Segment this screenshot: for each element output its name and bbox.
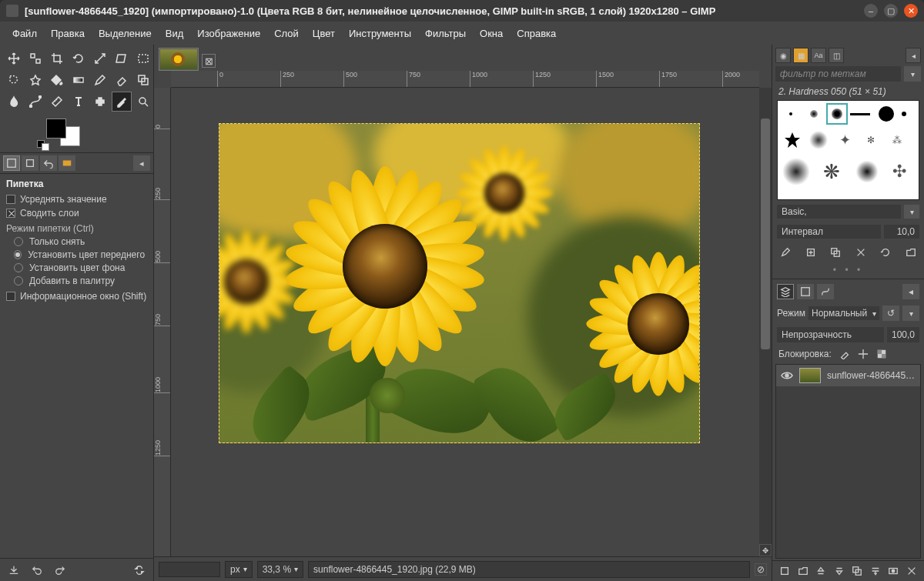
menu-layer[interactable]: Слой: [268, 25, 305, 42]
rtab-patterns[interactable]: ▦: [793, 48, 808, 63]
window-maximize-button[interactable]: ▢: [884, 4, 898, 18]
layer-delete-icon[interactable]: [904, 564, 919, 578]
tool-rect-select[interactable]: [134, 49, 152, 68]
tool-rotate[interactable]: [69, 49, 88, 68]
dock-grip[interactable]: • • •: [772, 263, 924, 277]
menu-file[interactable]: Файл: [6, 25, 43, 42]
lock-position-icon[interactable]: [858, 349, 869, 359]
window-close-button[interactable]: ✕: [904, 4, 918, 18]
ruler-horizontal[interactable]: 0 250 500 750 1000 1250 1500 1750 2000: [171, 71, 759, 88]
opacity-label[interactable]: Непрозрачность: [777, 327, 884, 342]
menu-color[interactable]: Цвет: [306, 25, 341, 42]
brush-refresh-icon[interactable]: [877, 245, 894, 260]
tool-bucket[interactable]: [48, 71, 66, 89]
layer-name[interactable]: sunflower-4866445_1920.jpg: [827, 370, 916, 381]
image-tab-close[interactable]: ⊠: [202, 54, 216, 68]
brush-interval-value[interactable]: 10,0: [884, 225, 919, 239]
unit-select[interactable]: px▾: [225, 561, 253, 578]
tool-gradient[interactable]: [69, 71, 88, 89]
mode-reset-icon[interactable]: ↺: [882, 306, 899, 321]
brush-filter-dropdown[interactable]: ▾: [904, 66, 921, 82]
layer-dup-icon[interactable]: [849, 564, 865, 578]
rtab-brushes[interactable]: ◉: [775, 48, 791, 63]
opt-set-bg[interactable]: Установить цвет фона: [14, 262, 147, 273]
brush-grid[interactable]: ✦ ✻ ⁂ ❋ ✣: [777, 100, 919, 200]
rtab-menu[interactable]: ◂: [906, 48, 921, 63]
canvas[interactable]: [171, 88, 759, 556]
navigation-icon[interactable]: ✥: [759, 544, 772, 556]
dock-tab-images[interactable]: [59, 155, 75, 171]
delete-preset-icon[interactable]: [52, 563, 68, 578]
opt-average[interactable]: Усреднять значение: [6, 194, 147, 205]
tool-scale[interactable]: [91, 49, 109, 68]
menu-select[interactable]: Выделение: [92, 25, 158, 42]
brush-filter-input[interactable]: фильтр по меткам: [775, 66, 901, 82]
brush-new-icon[interactable]: [802, 245, 819, 260]
lock-pixels-icon[interactable]: [839, 349, 850, 359]
tool-move[interactable]: [5, 49, 23, 68]
opacity-value[interactable]: 100,0: [887, 327, 919, 342]
mode-menu-icon[interactable]: ▾: [902, 306, 919, 321]
tool-pencil[interactable]: [91, 71, 109, 89]
layer-down-icon[interactable]: [832, 564, 847, 578]
vertical-scrollbar[interactable]: [759, 88, 772, 556]
brush-preset-dropdown[interactable]: ▾: [904, 205, 919, 219]
brush-edit-icon[interactable]: [777, 245, 794, 260]
tool-path[interactable]: [26, 92, 45, 111]
tool-zoom[interactable]: [134, 92, 152, 111]
menu-filters[interactable]: Фильтры: [419, 25, 472, 42]
layer-mask-icon[interactable]: [886, 564, 901, 578]
menu-help[interactable]: Справка: [511, 25, 562, 42]
tool-crop[interactable]: [48, 49, 66, 68]
save-preset-icon[interactable]: [6, 563, 22, 578]
cancel-icon[interactable]: ⊘: [755, 563, 767, 576]
default-colors-icon2[interactable]: [42, 143, 49, 151]
menu-image[interactable]: Изображение: [191, 25, 266, 42]
menu-edit[interactable]: Правка: [45, 25, 91, 42]
brush-preset-select[interactable]: Basic,: [777, 205, 901, 219]
rtab-fonts[interactable]: Aa: [811, 48, 826, 63]
color-swatch[interactable]: [46, 119, 80, 146]
tool-color-picker[interactable]: [112, 92, 131, 111]
opt-add-palette[interactable]: Добавить в палитру: [14, 275, 147, 286]
zoom-select[interactable]: 33,3 %▾: [257, 561, 303, 578]
tool-smudge[interactable]: [5, 92, 23, 111]
menu-windows[interactable]: Окна: [474, 25, 509, 42]
reset-icon[interactable]: [132, 563, 147, 578]
brush-del-icon[interactable]: [852, 245, 869, 260]
menu-tools[interactable]: Инструменты: [343, 25, 417, 42]
menu-view[interactable]: Вид: [159, 25, 190, 42]
lock-alpha-icon[interactable]: [876, 349, 887, 359]
tool-free-select[interactable]: [5, 71, 23, 89]
rtab-history[interactable]: ◫: [829, 48, 844, 63]
tab-menu[interactable]: ◂: [902, 284, 919, 299]
tool-heal[interactable]: [91, 92, 109, 111]
brush-open-icon[interactable]: [902, 245, 919, 260]
dock-tab-device[interactable]: [22, 155, 38, 171]
layer-up-icon[interactable]: [813, 564, 829, 578]
tool-eraser[interactable]: [112, 71, 131, 89]
layer-new-icon[interactable]: [777, 564, 792, 578]
opt-pick-only[interactable]: Только снять: [14, 236, 147, 247]
dock-tab-tool-options[interactable]: [3, 155, 20, 171]
tab-layers[interactable]: [777, 284, 794, 299]
opt-info-window[interactable]: Информационное окно (Shift): [6, 291, 147, 302]
tool-align[interactable]: [26, 49, 45, 68]
tool-text[interactable]: [69, 92, 88, 111]
opt-set-fg[interactable]: Установить цвет переднего плана: [14, 249, 147, 260]
layer-row[interactable]: sunflower-4866445_1920.jpg: [776, 365, 920, 386]
layer-visibility-icon[interactable]: [781, 369, 793, 382]
tool-clone[interactable]: [134, 71, 152, 89]
opt-flatten[interactable]: Сводить слои: [6, 208, 147, 219]
tool-fuzzy-select[interactable]: [26, 71, 45, 89]
brush-dup-icon[interactable]: [827, 245, 844, 260]
image-tab[interactable]: [159, 48, 199, 71]
dock-tab-menu[interactable]: ◂: [133, 155, 150, 171]
fg-color[interactable]: [46, 119, 66, 139]
dock-tab-undo[interactable]: [40, 155, 57, 171]
tab-paths[interactable]: [817, 284, 834, 299]
layer-group-icon[interactable]: [795, 564, 811, 578]
tab-channels[interactable]: [797, 284, 814, 299]
layer-merge-icon[interactable]: [868, 564, 883, 578]
tool-shear[interactable]: [112, 49, 131, 68]
